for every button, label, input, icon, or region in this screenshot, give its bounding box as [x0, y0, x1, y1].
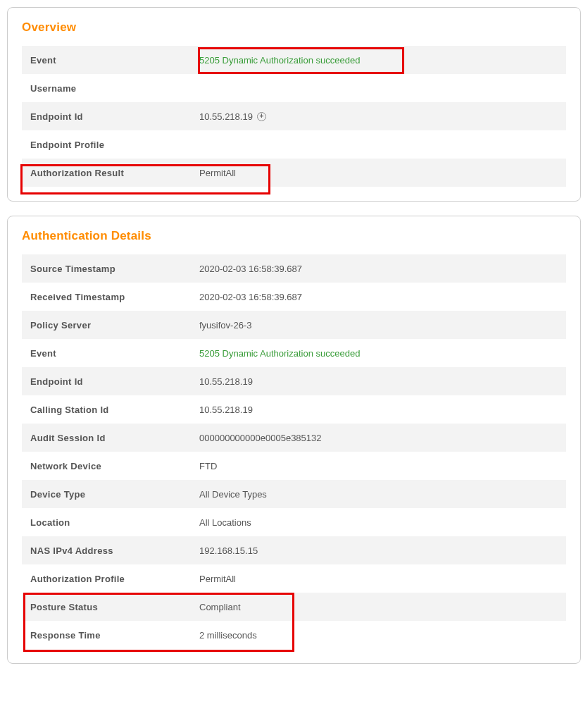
row-value-details-endpointid: 10.55.218.19: [199, 376, 253, 387]
row-label-endpointprofile: Endpoint Profile: [30, 140, 199, 150]
row-label-received-timestamp: Received Timestamp: [30, 292, 199, 302]
row-label-details-event: Event: [30, 348, 199, 359]
row-label-nas-ipv4: NAS IPv4 Address: [30, 545, 199, 556]
table-row: Calling Station Id 10.55.218.19: [22, 395, 566, 424]
row-value-event: 5205 Dynamic Authorization succeeded: [199, 55, 360, 66]
overview-table: Event 5205 Dynamic Authorization succeed…: [22, 46, 566, 187]
row-value-authresult: PermitAll: [199, 168, 236, 178]
table-row: Device Type All Device Types: [22, 480, 566, 508]
row-value-nas-ipv4: 192.168.15.15: [199, 545, 258, 556]
authentication-details-panel: Authentication Details Source Timestamp …: [7, 216, 581, 664]
table-row: Received Timestamp 2020-02-03 16:58:39.6…: [22, 283, 566, 311]
row-value-network-device: FTD: [199, 461, 217, 471]
row-label-posture-status: Posture Status: [30, 602, 199, 612]
expand-icon[interactable]: +: [257, 112, 266, 121]
overview-panel: Overview Event 5205 Dynamic Authorizatio…: [7, 7, 581, 202]
row-label-calling-station: Calling Station Id: [30, 405, 199, 415]
table-row: Posture Status Compliant: [22, 593, 566, 621]
details-table: Source Timestamp 2020-02-03 16:58:39.687…: [22, 254, 566, 649]
table-row: Event 5205 Dynamic Authorization succeed…: [22, 46, 566, 74]
row-value-auth-profile: PermitAll: [199, 574, 236, 584]
table-row: Endpoint Id 10.55.218.19: [22, 367, 566, 395]
row-value-location: All Locations: [199, 517, 251, 528]
table-row: Source Timestamp 2020-02-03 16:58:39.687: [22, 254, 566, 283]
table-row: Username: [22, 74, 566, 102]
row-value-received-timestamp: 2020-02-03 16:58:39.687: [199, 292, 302, 302]
table-row: Authorization Result PermitAll: [22, 159, 566, 187]
table-row: NAS IPv4 Address 192.168.15.15: [22, 536, 566, 564]
row-label-event: Event: [30, 55, 199, 66]
row-label-username: Username: [30, 83, 199, 94]
row-value-source-timestamp: 2020-02-03 16:58:39.687: [199, 264, 302, 274]
row-value-device-type: All Device Types: [199, 489, 267, 500]
table-row: Authorization Profile PermitAll: [22, 564, 566, 593]
endpoint-id-text: 10.55.218.19: [199, 111, 253, 122]
table-row: Event 5205 Dynamic Authorization succeed…: [22, 339, 566, 367]
table-row: Policy Server fyusifov-26-3: [22, 311, 566, 339]
row-value-details-event: 5205 Dynamic Authorization succeeded: [199, 348, 360, 359]
table-row: Endpoint Profile: [22, 130, 566, 159]
row-label-audit-session: Audit Session Id: [30, 433, 199, 443]
overview-title: Overview: [22, 20, 566, 35]
row-value-response-time: 2 milliseconds: [199, 630, 257, 641]
table-row: Endpoint Id 10.55.218.19 +: [22, 102, 566, 130]
row-label-authresult: Authorization Result: [30, 168, 199, 178]
row-label-source-timestamp: Source Timestamp: [30, 264, 199, 274]
row-value-calling-station: 10.55.218.19: [199, 405, 253, 415]
row-value-policy-server: fyusifov-26-3: [199, 320, 251, 331]
row-label-network-device: Network Device: [30, 461, 199, 471]
row-label-response-time: Response Time: [30, 630, 199, 641]
row-label-policy-server: Policy Server: [30, 320, 199, 331]
row-label-location: Location: [30, 517, 199, 528]
row-value-audit-session: 000000000000e0005e385132: [199, 433, 322, 443]
row-label-auth-profile: Authorization Profile: [30, 574, 199, 584]
authentication-details-title: Authentication Details: [22, 229, 566, 243]
table-row: Location All Locations: [22, 508, 566, 536]
table-row: Response Time 2 milliseconds: [22, 621, 566, 649]
row-label-endpointid: Endpoint Id: [30, 111, 199, 122]
row-label-details-endpointid: Endpoint Id: [30, 376, 199, 387]
row-value-posture-status: Compliant: [199, 602, 241, 612]
row-label-device-type: Device Type: [30, 489, 199, 500]
table-row: Network Device FTD: [22, 452, 566, 480]
table-row: Audit Session Id 000000000000e0005e38513…: [22, 424, 566, 452]
row-value-endpointid: 10.55.218.19 +: [199, 111, 266, 122]
